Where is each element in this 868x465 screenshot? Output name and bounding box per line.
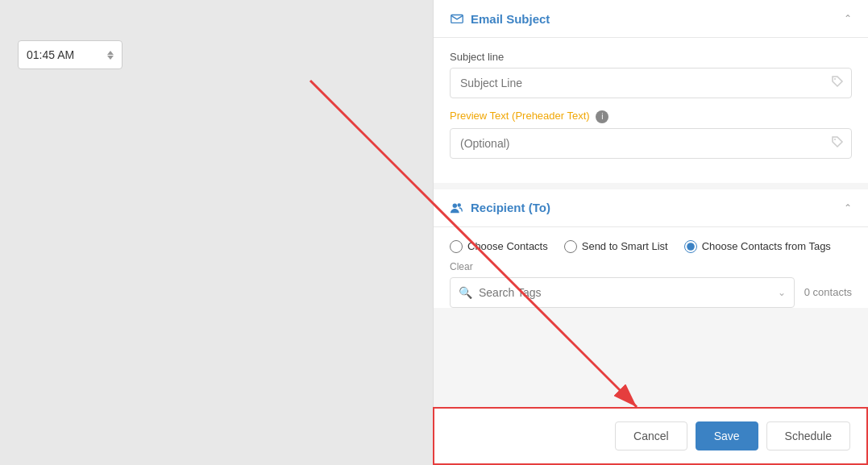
radio-smart-list-input[interactable] [564, 240, 577, 253]
email-subject-chevron-icon: ⌃ [844, 13, 852, 24]
info-icon[interactable]: i [596, 110, 608, 123]
search-icon: 🔍 [459, 286, 472, 299]
svg-point-1 [834, 78, 836, 80]
recipient-header-left: Recipient (To) [450, 201, 550, 215]
recipient-radio-group: Choose Contacts Send to Smart List Choos… [434, 227, 868, 261]
right-panel: Email Subject ⌃ Subject line Preview Tex… [433, 0, 868, 465]
email-subject-header[interactable]: Email Subject ⌃ [434, 0, 868, 38]
recipient-section: Recipient (To) ⌃ Choose Contacts Send to… [434, 189, 868, 308]
search-tags-chevron-icon: ⌄ [778, 287, 786, 298]
preview-input-wrapper [450, 128, 852, 159]
left-panel: 01:45 AM [0, 0, 433, 465]
time-arrow-down-icon [107, 56, 114, 60]
radio-choose-contacts[interactable]: Choose Contacts [450, 240, 548, 253]
cancel-button[interactable]: Cancel [615, 421, 687, 450]
time-picker-value: 01:45 AM [27, 48, 74, 61]
time-arrow-up-icon [107, 51, 114, 55]
email-subject-header-left: Email Subject [450, 11, 550, 26]
contacts-badge: 0 contacts [804, 286, 852, 298]
recipient-icon [450, 201, 464, 215]
clear-link[interactable]: Clear [434, 261, 868, 277]
recipient-chevron-icon: ⌃ [844, 202, 852, 214]
search-tags-wrapper: 🔍 ⌄ 0 contacts [450, 277, 852, 308]
subject-label: Subject line [450, 51, 852, 63]
email-subject-form-body: Subject line Preview Text (Preheader Tex… [434, 38, 868, 183]
subject-tag-icon [831, 75, 844, 91]
email-subject-title: Email Subject [471, 12, 550, 26]
preview-label: Preview Text (Preheader Text) i [450, 110, 852, 123]
subject-input-wrapper [450, 68, 852, 98]
schedule-button[interactable]: Schedule [766, 421, 850, 450]
svg-point-2 [834, 139, 836, 140]
save-button[interactable]: Save [696, 421, 758, 450]
search-tags-input-container[interactable]: 🔍 ⌄ [450, 277, 795, 308]
time-picker-arrows [107, 51, 114, 60]
radio-from-tags-input[interactable] [684, 240, 697, 253]
recipient-title: Recipient (To) [471, 201, 550, 214]
radio-smart-list-label: Send to Smart List [582, 240, 668, 252]
svg-point-4 [457, 203, 461, 207]
radio-choose-contacts-label: Choose Contacts [467, 240, 548, 252]
radio-from-tags[interactable]: Choose Contacts from Tags [684, 240, 831, 253]
recipient-header[interactable]: Recipient (To) ⌃ [434, 189, 868, 227]
email-icon [450, 11, 464, 26]
preview-tag-icon [831, 135, 844, 152]
radio-choose-contacts-input[interactable] [450, 240, 463, 253]
email-subject-section: Email Subject ⌃ Subject line Preview Tex… [434, 0, 868, 183]
svg-point-3 [453, 203, 457, 207]
radio-smart-list[interactable]: Send to Smart List [564, 240, 668, 253]
preview-input[interactable] [450, 128, 852, 159]
bottom-bar: Cancel Save Schedule [433, 407, 868, 465]
search-tags-input[interactable] [479, 286, 771, 299]
subject-input[interactable] [450, 68, 852, 98]
time-picker[interactable]: 01:45 AM [18, 40, 123, 69]
radio-from-tags-label: Choose Contacts from Tags [702, 240, 831, 252]
